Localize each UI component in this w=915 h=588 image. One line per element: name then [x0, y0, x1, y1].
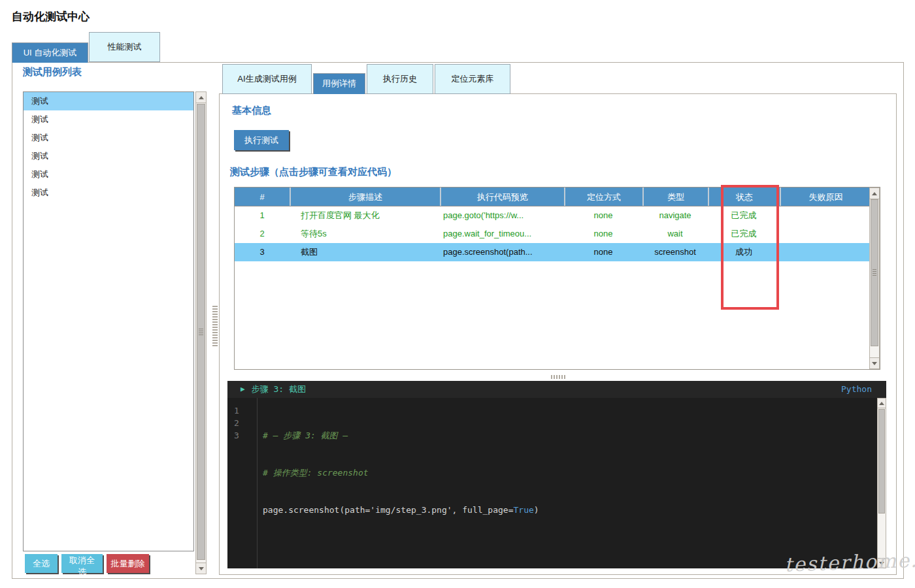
code-comment-line: # — 步骤 3: 截图 — [263, 429, 873, 442]
cell-desc: 等待5s [290, 225, 440, 243]
scrollbar-thumb[interactable] [197, 104, 205, 560]
line-number: 1 [234, 404, 259, 417]
table-scrollbar[interactable] [869, 188, 880, 369]
cell-locator: none [564, 206, 642, 225]
batch-delete-button[interactable]: 批量删除 [107, 554, 149, 573]
cell-locator: none [564, 243, 642, 261]
testcase-list-item[interactable]: 测试 [24, 92, 193, 110]
col-header-code-preview: 执行代码预览 [440, 188, 564, 206]
automation-test-center-app: 自动化测试中心 UI 自动化测试 性能测试 测试用例列表 测试 测试 测试 测试… [0, 0, 915, 588]
detail-tab-exec-history[interactable]: 执行历史 [367, 64, 433, 94]
panel-splitter-handle[interactable] [212, 306, 218, 346]
cell-desc: 截图 [290, 243, 440, 261]
code-scrollbar[interactable] [877, 398, 886, 568]
cell-fail-reason [780, 206, 871, 225]
testcase-list-title: 测试用例列表 [23, 66, 82, 78]
play-icon: ▶ [241, 381, 245, 398]
cell-fail-reason [780, 225, 871, 243]
code-step-title: 步骤 3: 截图 [252, 381, 306, 398]
cell-num: 2 [235, 225, 290, 243]
testcase-list-item[interactable]: 测试 [24, 184, 193, 202]
page-title: 自动化测试中心 [12, 9, 90, 24]
scrollbar-thumb[interactable] [871, 199, 878, 346]
testcase-listbox: 测试 测试 测试 测试 测试 测试 [23, 91, 194, 551]
cell-locator: none [564, 225, 642, 243]
left-panel-scrollbar[interactable] [195, 91, 207, 574]
scroll-up-button[interactable] [196, 92, 206, 103]
testcase-list-item[interactable]: 测试 [24, 165, 193, 184]
deselect-all-button[interactable]: 取消全选 [61, 554, 103, 573]
cell-code-preview: page.wait_for_timeou... [440, 225, 564, 243]
col-header-desc: 步骤描述 [290, 188, 440, 206]
col-header-num: # [235, 188, 290, 206]
col-header-locator: 定位方式 [564, 188, 642, 206]
cell-num: 1 [235, 206, 290, 225]
select-all-button[interactable]: 全选 [25, 554, 58, 573]
cell-desc: 打开百度官网 最大化 [290, 206, 440, 225]
scroll-up-button[interactable] [870, 188, 879, 199]
cell-num: 3 [235, 243, 290, 261]
testcase-list-item[interactable]: 测试 [24, 147, 193, 165]
scroll-down-button[interactable] [196, 563, 206, 574]
main-tab-ui-automation[interactable]: UI 自动化测试 [12, 42, 88, 63]
testcase-list-item[interactable]: 测试 [24, 110, 193, 129]
cell-code-preview: page.screenshot(path... [440, 243, 564, 261]
scrollbar-thumb[interactable] [878, 409, 885, 514]
line-number-gutter: 1 2 3 [227, 404, 259, 442]
main-tab-performance[interactable]: 性能测试 [89, 32, 160, 62]
cell-status: 成功 [708, 243, 780, 261]
test-steps-heading: 测试步骤（点击步骤可查看对应代码） [230, 166, 397, 178]
cell-fail-reason [780, 243, 871, 261]
scroll-up-icon [879, 402, 884, 405]
line-number: 2 [234, 417, 259, 429]
cell-status: 已完成 [708, 206, 780, 225]
scroll-down-icon [872, 362, 877, 365]
scrollbar-grip [873, 269, 876, 277]
table-code-splitter-handle[interactable] [551, 375, 567, 379]
detail-tab-locator-library[interactable]: 定位元素库 [435, 64, 510, 94]
cell-status: 已完成 [708, 225, 780, 243]
scrollbar-grip [199, 329, 203, 336]
code-language-label: Python [841, 381, 872, 398]
detail-tab-case-detail[interactable]: 用例详情 [313, 73, 365, 94]
detail-tab-ai-generate[interactable]: AI生成测试用例 [222, 64, 312, 94]
code-statement-line: page.screenshot(path='img/step_3.png', f… [263, 504, 873, 516]
step-row-1[interactable]: 1 打开百度官网 最大化 page.goto('https://w... non… [235, 206, 880, 225]
cell-type: wait [642, 225, 708, 243]
keyword-true: True [514, 505, 534, 515]
step-row-2[interactable]: 2 等待5s page.wait_for_timeou... none wait… [235, 225, 880, 243]
scroll-up-button[interactable] [878, 399, 886, 408]
code-lines: # — 步骤 3: 截图 — # 操作类型: screenshot page.s… [263, 404, 873, 541]
steps-table: # 步骤描述 执行代码预览 定位方式 类型 状态 失败原因 1 打开百度官网 最… [234, 187, 880, 370]
testcase-list-item[interactable]: 测试 [24, 129, 193, 147]
run-test-button[interactable]: 执行测试 [234, 130, 289, 150]
step-row-3-selected[interactable]: 3 截图 page.screenshot(path... none screen… [235, 243, 880, 261]
col-header-fail-reason: 失败原因 [780, 188, 871, 206]
col-header-type: 类型 [642, 188, 708, 206]
line-number: 3 [234, 429, 259, 442]
scroll-down-icon [199, 567, 204, 570]
scroll-down-button[interactable] [870, 357, 879, 368]
scroll-up-icon [199, 96, 204, 99]
cell-code-preview: page.goto('https://w... [440, 206, 564, 225]
code-comment-line: # 操作类型: screenshot [263, 466, 873, 479]
code-panel: ▶ 步骤 3: 截图 Python 1 2 3 # — 步骤 3: 截图 — #… [227, 381, 886, 568]
cell-type: navigate [642, 206, 708, 225]
steps-table-header: # 步骤描述 执行代码预览 定位方式 类型 状态 失败原因 [235, 188, 880, 206]
scroll-up-icon [872, 192, 877, 195]
cell-type: screenshot [642, 243, 708, 261]
col-header-status: 状态 [708, 188, 780, 206]
code-panel-header[interactable]: ▶ 步骤 3: 截图 Python [227, 381, 886, 398]
gutter-separator [257, 398, 258, 568]
basic-info-heading: 基本信息 [232, 105, 271, 117]
code-editor-area: 1 2 3 # — 步骤 3: 截图 — # 操作类型: screenshot … [227, 398, 886, 568]
